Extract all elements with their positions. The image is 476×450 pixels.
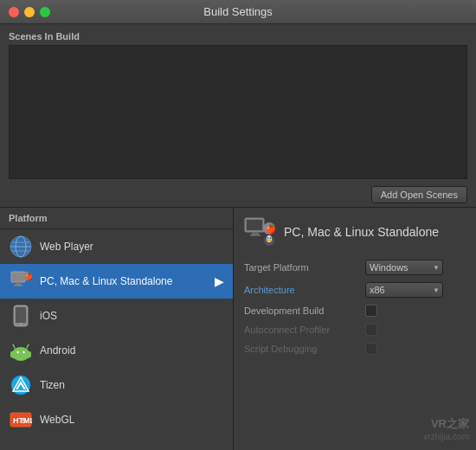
platform-item-webgl[interactable]: HTML 5 WebGL xyxy=(0,402,233,437)
platform-item-ios[interactable]: iOS xyxy=(0,299,233,333)
svg-rect-21 xyxy=(16,357,19,360)
target-platform-select[interactable]: Windows Mac OS X Linux xyxy=(365,260,443,275)
svg-rect-19 xyxy=(10,351,13,357)
svg-rect-7 xyxy=(14,285,23,286)
pc-mac-linux-label: PC, Mac & Linux Standalone xyxy=(40,275,211,287)
web-player-label: Web Player xyxy=(40,241,224,253)
svg-point-40 xyxy=(267,239,271,241)
window-title: Build Settings xyxy=(203,5,273,18)
title-bar: Build Settings xyxy=(0,0,476,24)
settings-platform-header: 🍎 PC, Mac & Linux Standalone xyxy=(244,216,466,248)
web-player-icon xyxy=(9,235,33,259)
svg-point-15 xyxy=(16,351,18,353)
settings-row-development-build: Development Build xyxy=(244,305,466,317)
webgl-label: WebGL xyxy=(40,414,224,426)
platform-panel: Platform xyxy=(0,208,234,450)
bottom-section: Platform xyxy=(0,207,476,450)
svg-text:🍎: 🍎 xyxy=(266,223,275,235)
settings-row-script-debugging: Script Debugging xyxy=(244,343,466,355)
platform-item-android[interactable]: Android xyxy=(0,333,233,368)
platform-list: Web Player 🍎 xyxy=(0,229,233,437)
target-platform-label: Target Platform xyxy=(244,262,365,273)
svg-line-18 xyxy=(27,344,29,348)
svg-rect-14 xyxy=(12,351,29,358)
svg-point-37 xyxy=(267,235,272,242)
settings-row-target-platform: Target Platform Windows Mac OS X Linux xyxy=(244,260,466,275)
svg-rect-32 xyxy=(252,232,259,235)
ios-label: iOS xyxy=(40,310,224,322)
maximize-button[interactable] xyxy=(40,7,50,17)
settings-platform-icon-large: 🍎 xyxy=(244,216,275,248)
platform-list-scroll[interactable]: Web Player 🍎 xyxy=(0,229,233,447)
development-build-label: Development Build xyxy=(244,305,365,316)
main-content: Scenes In Build Add Open Scenes Platform xyxy=(0,24,476,450)
svg-text:5: 5 xyxy=(22,416,26,425)
svg-text:🍎: 🍎 xyxy=(25,272,33,280)
ios-icon xyxy=(9,304,33,328)
add-open-scenes-button[interactable]: Add Open Scenes xyxy=(371,186,467,203)
autoconnect-profiler-checkbox xyxy=(365,324,377,336)
android-icon xyxy=(9,338,33,363)
autoconnect-profiler-label: Autoconnect Profiler xyxy=(244,325,365,335)
minimize-button[interactable] xyxy=(24,7,35,17)
selected-indicator: ▶ xyxy=(215,274,224,288)
svg-rect-6 xyxy=(16,282,21,285)
scenes-section: Scenes In Build xyxy=(0,24,476,183)
target-platform-select-wrapper[interactable]: Windows Mac OS X Linux xyxy=(365,260,443,275)
svg-point-39 xyxy=(270,237,272,239)
scenes-area xyxy=(9,45,467,179)
webgl-icon: HTML 5 xyxy=(9,408,33,432)
platform-item-pc-mac-linux[interactable]: 🍎 PC, Mac & Linux Standalone ▶ xyxy=(0,264,233,299)
svg-rect-11 xyxy=(16,307,26,323)
svg-point-38 xyxy=(267,237,269,239)
script-debugging-checkbox xyxy=(365,343,377,355)
development-build-checkbox[interactable] xyxy=(365,305,377,317)
platform-header: Platform xyxy=(0,208,233,229)
tizen-icon xyxy=(9,373,33,397)
android-label: Android xyxy=(40,344,224,357)
svg-rect-31 xyxy=(247,220,262,230)
architecture-select-wrapper[interactable]: x86 x86_64 Universal xyxy=(365,282,443,298)
settings-row-architecture: Architecture x86 x86_64 Universal xyxy=(244,282,466,298)
svg-rect-33 xyxy=(250,235,261,236)
scenes-section-label: Scenes In Build xyxy=(9,31,467,42)
tizen-label: Tizen xyxy=(40,379,224,391)
window-controls[interactable] xyxy=(9,7,50,17)
settings-panel: 🍎 PC, Mac & Linux Standalone Target Plat… xyxy=(234,208,476,450)
scenes-footer: Add Open Scenes xyxy=(0,183,476,207)
platform-item-web-player[interactable]: Web Player xyxy=(0,229,233,264)
close-button[interactable] xyxy=(9,7,19,17)
svg-rect-22 xyxy=(23,357,25,360)
settings-row-autoconnect-profiler: Autoconnect Profiler xyxy=(244,324,466,336)
script-debugging-label: Script Debugging xyxy=(244,344,365,354)
svg-point-12 xyxy=(20,324,23,326)
svg-point-16 xyxy=(23,351,24,353)
architecture-label: Architecture xyxy=(244,285,365,295)
pc-mac-linux-icon: 🍎 xyxy=(9,269,33,293)
svg-line-17 xyxy=(13,344,15,348)
architecture-select[interactable]: x86 x86_64 Universal xyxy=(365,282,443,298)
settings-platform-name: PC, Mac & Linux Standalone xyxy=(284,225,439,239)
svg-rect-20 xyxy=(29,351,31,357)
platform-item-tizen[interactable]: Tizen xyxy=(0,368,233,402)
